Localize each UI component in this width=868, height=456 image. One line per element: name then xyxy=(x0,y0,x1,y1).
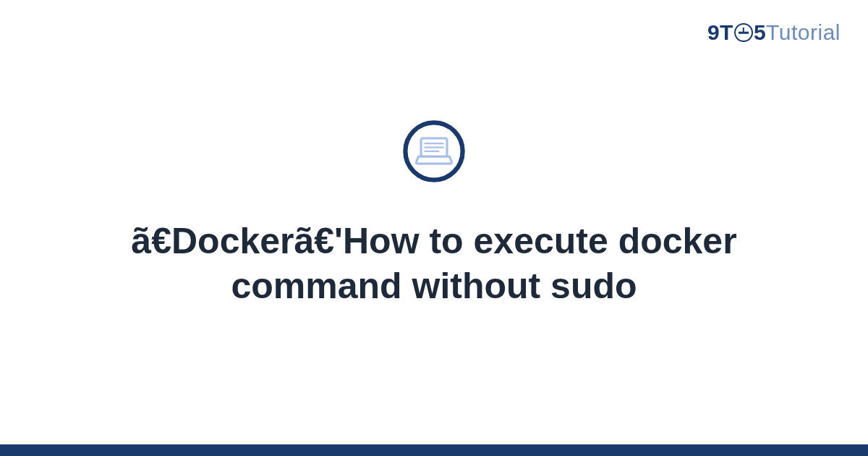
hero-section: ã€Dockerã€'How to execute docker command… xyxy=(0,0,868,456)
footer-accent-bar xyxy=(0,444,868,456)
laptop-icon xyxy=(401,119,467,184)
article-title: ã€Dockerã€'How to execute docker command… xyxy=(109,219,760,309)
